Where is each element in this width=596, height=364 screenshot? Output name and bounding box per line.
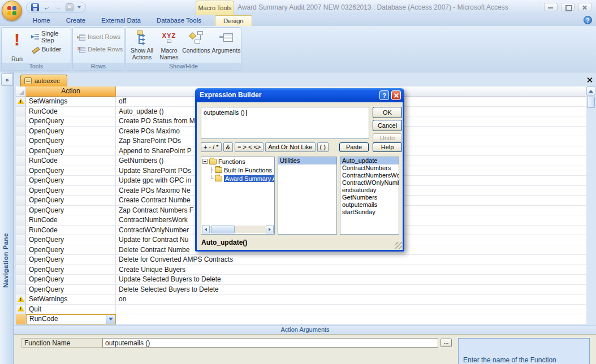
ribbon-tab[interactable]: Database Tools — [149, 15, 209, 26]
action-cell[interactable]: OpenQuery — [26, 265, 116, 275]
argument-cell[interactable] — [116, 305, 586, 315]
build-button[interactable]: ... — [440, 339, 452, 347]
expression-elements-tree[interactable]: Functions ├ Built-In Functions └ Award S… — [201, 157, 275, 235]
table-row[interactable]: SetWarnings on — [16, 294, 586, 305]
action-column-header[interactable]: Action — [26, 86, 116, 97]
row-header[interactable] — [16, 186, 26, 196]
action-cell[interactable]: OpenQuery — [26, 176, 116, 186]
function-list-item[interactable]: Auto_update — [340, 157, 399, 164]
print-icon[interactable] — [66, 3, 74, 11]
row-header[interactable] — [16, 107, 26, 117]
paste-button[interactable]: Paste — [339, 142, 369, 152]
tab-autoexec[interactable]: autoexec — [20, 75, 67, 86]
row-header[interactable] — [16, 206, 26, 216]
function-name-label[interactable]: Function Name — [21, 338, 102, 348]
scroll-up-icon[interactable] — [586, 86, 595, 96]
argument-cell[interactable]: Update Selected Buyers to Delete — [116, 275, 586, 285]
collapse-icon[interactable] — [202, 159, 208, 164]
row-header[interactable] — [16, 215, 26, 226]
row-header[interactable] — [16, 156, 26, 166]
argument-cell[interactable]: Delete for Converted AMPS Contracts — [116, 255, 586, 265]
table-row[interactable]: OpenQuery Update Selected Buyers to Dele… — [16, 275, 586, 285]
row-header[interactable] — [16, 127, 26, 137]
operator-button[interactable]: And Or Not Like — [265, 142, 315, 152]
row-header[interactable] — [16, 305, 26, 315]
function-list-item[interactable]: ContractNumbersWorki — [340, 172, 399, 179]
operator-button[interactable]: = > < <> — [235, 142, 264, 152]
action-cell[interactable]: OpenQuery — [26, 235, 116, 245]
tree-item-database-functions[interactable]: └ Award Summary Aud — [201, 174, 274, 183]
cancel-button[interactable]: Cancel — [373, 120, 402, 131]
dialog-title-bar[interactable]: Expression Builder — [195, 88, 404, 102]
function-list-item[interactable]: GetNumbers — [340, 194, 399, 201]
argument-cell[interactable]: on — [116, 294, 586, 305]
row-header[interactable] — [16, 176, 26, 186]
action-cell[interactable]: RunCode — [26, 107, 116, 117]
action-cell[interactable]: OpenQuery — [26, 275, 116, 285]
operator-button[interactable]: + - / * — [201, 142, 222, 152]
help-icon[interactable]: ? — [584, 16, 592, 24]
function-name-input[interactable]: outputemails () — [102, 338, 438, 348]
help-button[interactable]: Help — [373, 142, 402, 152]
action-cell[interactable]: RunCode — [26, 215, 116, 226]
insert-rows-button[interactable]: Insert Rows — [77, 32, 120, 41]
action-cell[interactable]: SetWarnings — [26, 97, 116, 107]
action-cell[interactable]: OpenQuery — [26, 127, 116, 137]
close-button[interactable] — [578, 3, 591, 11]
qat-customize-icon[interactable] — [77, 6, 81, 10]
action-cell[interactable]: OpenQuery — [26, 285, 116, 295]
argument-cell[interactable]: Create Unique Buyers — [116, 265, 586, 275]
row-header[interactable] — [16, 245, 26, 255]
restore-button[interactable] — [561, 3, 575, 11]
action-cell[interactable]: OpenQuery — [26, 116, 116, 127]
builder-button[interactable]: Builder — [31, 45, 61, 54]
select-all-corner[interactable] — [16, 86, 26, 97]
expression-categories-list[interactable]: Utilities — [278, 157, 337, 235]
scrollbar-thumb[interactable] — [211, 226, 235, 233]
undo-icon[interactable]: ← — [42, 2, 51, 12]
expression-input[interactable]: outputemails () — [201, 107, 369, 139]
action-cell[interactable]: OpenQuery — [26, 245, 116, 255]
table-row[interactable]: OpenQuery Create Unique Buyers — [16, 265, 586, 275]
function-list-item[interactable]: endsaturday — [340, 187, 399, 194]
row-header[interactable] — [16, 146, 26, 157]
function-list-item[interactable]: ContractNumbers — [340, 164, 399, 172]
document-close-icon[interactable] — [585, 76, 594, 85]
row-header[interactable] — [16, 116, 26, 127]
action-cell[interactable]: RunCode — [26, 156, 116, 166]
tree-item-builtin-functions[interactable]: ├ Built-In Functions — [201, 166, 274, 174]
function-list-item[interactable]: outputemails — [340, 201, 399, 209]
dialog-help-icon[interactable]: ? — [379, 90, 389, 100]
row-header[interactable] — [16, 166, 26, 176]
tree-item-functions[interactable]: Functions — [201, 157, 274, 166]
action-cell[interactable]: OpenQuery — [26, 255, 116, 265]
dialog-close-icon[interactable] — [391, 90, 401, 100]
scroll-right-icon[interactable] — [266, 226, 274, 233]
dropdown-arrow-icon[interactable] — [106, 315, 115, 324]
function-list-item[interactable]: startSunday — [340, 209, 399, 216]
scroll-left-icon[interactable] — [202, 226, 210, 233]
row-header[interactable] — [16, 294, 26, 305]
operator-button[interactable]: ( ) — [317, 142, 329, 152]
action-cell[interactable]: OpenQuery — [26, 206, 116, 216]
row-header[interactable] — [16, 136, 26, 146]
single-step-button[interactable]: Single Step — [31, 32, 71, 41]
ribbon-tab[interactable]: Design — [215, 15, 252, 26]
expression-values-list[interactable]: Auto_update ContractNumbers ContractNumb… — [340, 157, 399, 235]
row-header[interactable] — [16, 97, 26, 107]
save-icon[interactable] — [31, 3, 39, 11]
run-button[interactable]: ! Run — [6, 31, 28, 62]
tree-horizontal-scrollbar[interactable] — [202, 226, 274, 233]
ok-button[interactable]: OK — [373, 107, 402, 118]
row-header[interactable] — [16, 196, 26, 206]
expand-nav-pane-button[interactable]: » — [1, 73, 13, 86]
action-cell[interactable]: RunCode — [26, 314, 116, 324]
resize-grip[interactable] — [395, 242, 402, 249]
row-header[interactable] — [16, 314, 26, 324]
action-cell[interactable]: RunCode — [26, 226, 116, 236]
action-cell[interactable]: OpenQuery — [26, 166, 116, 176]
ribbon-tab[interactable]: Create — [58, 15, 94, 26]
argument-cell[interactable]: Delete Selected Buyers to Delete — [116, 285, 586, 295]
row-header[interactable] — [16, 226, 26, 236]
row-header[interactable] — [16, 275, 26, 285]
